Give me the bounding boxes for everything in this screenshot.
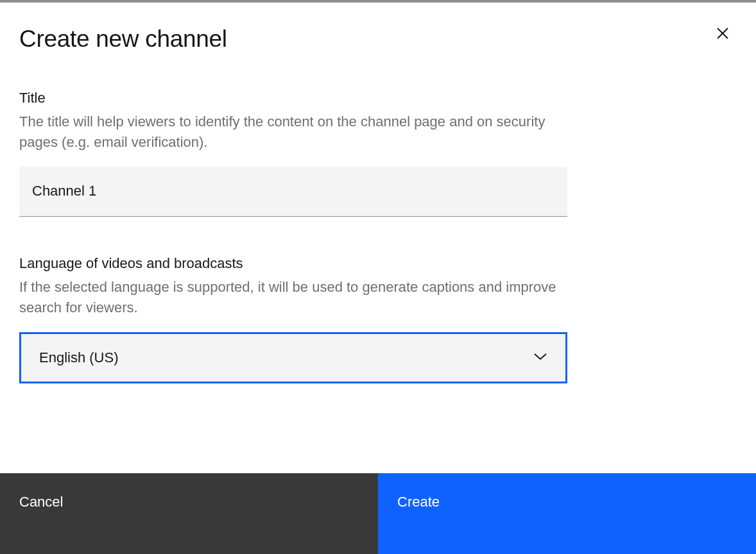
modal-content: Create new channel Title The title will … bbox=[0, 3, 756, 383]
create-button-label: Create bbox=[397, 494, 440, 510]
title-input[interactable] bbox=[19, 167, 567, 217]
create-channel-modal: Create new channel Title The title will … bbox=[0, 3, 756, 554]
cancel-button-label: Cancel bbox=[19, 494, 63, 510]
modal-title: Create new channel bbox=[19, 26, 737, 53]
language-select[interactable]: English (US) bbox=[19, 332, 567, 383]
close-button[interactable] bbox=[710, 22, 735, 47]
title-field-group: Title The title will help viewers to ide… bbox=[19, 90, 567, 217]
title-help-text: The title will help viewers to identify … bbox=[19, 112, 567, 153]
title-label: Title bbox=[19, 90, 567, 106]
create-button[interactable]: Create bbox=[378, 473, 756, 554]
language-selected-value: English (US) bbox=[39, 349, 533, 366]
close-icon bbox=[715, 26, 730, 44]
language-label: Language of videos and broadcasts bbox=[19, 255, 567, 272]
language-help-text: If the selected language is supported, i… bbox=[19, 277, 567, 318]
chevron-down-icon bbox=[533, 352, 547, 364]
modal-footer: Cancel Create bbox=[0, 473, 756, 554]
cancel-button[interactable]: Cancel bbox=[0, 473, 378, 554]
language-field-group: Language of videos and broadcasts If the… bbox=[19, 255, 567, 383]
